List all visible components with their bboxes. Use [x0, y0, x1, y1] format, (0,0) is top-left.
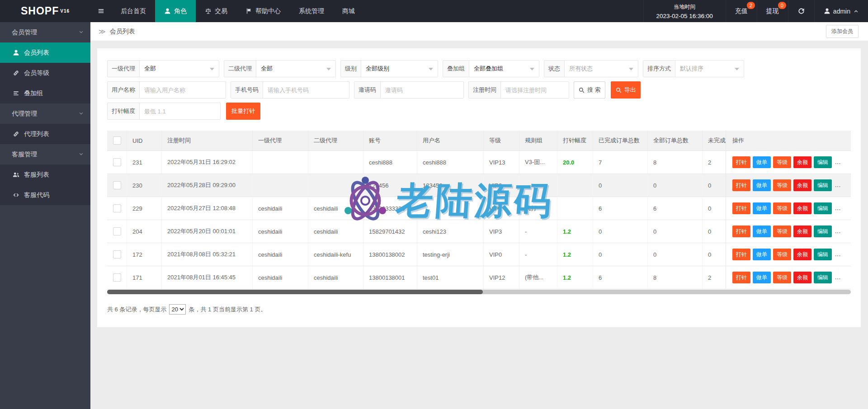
action-make-order-button[interactable]: 做单 — [753, 226, 771, 237]
action-more-button[interactable]: ... — [834, 226, 842, 237]
action-edit-button[interactable]: 编辑 — [814, 249, 832, 260]
action-inject-button[interactable]: 打针 — [732, 226, 750, 237]
filter-username-input[interactable] — [140, 82, 226, 98]
filter-stack-group-select[interactable]: 全部叠加组 — [469, 61, 539, 77]
sidebar-item-member-list[interactable]: 会员列表 — [0, 42, 90, 63]
action-make-order-button[interactable]: 做单 — [753, 156, 771, 168]
header-cell: 已完成订单总数 — [593, 131, 648, 150]
action-inject-button[interactable]: 打针 — [732, 179, 750, 191]
sidebar-item-agent-list[interactable]: 代理列表 — [0, 124, 90, 144]
action-edit-button[interactable]: 编辑 — [814, 226, 832, 237]
filter-invite-code-input[interactable] — [381, 82, 463, 98]
action-level-button[interactable]: 等级 — [773, 156, 791, 168]
action-level-button[interactable]: 等级 — [773, 202, 791, 214]
action-balance-button[interactable]: 余额 — [793, 249, 811, 260]
sidebar-item-service-code[interactable]: 客服代码 — [0, 185, 90, 205]
action-make-order-button[interactable]: 做单 — [753, 202, 771, 214]
withdraw-label: 提现 — [766, 7, 779, 15]
action-level-button[interactable]: 等级 — [773, 249, 791, 260]
refresh-button[interactable] — [788, 0, 814, 22]
filter-select-value: 全部级别 — [366, 65, 389, 73]
action-inject-button[interactable]: 打针 — [732, 272, 750, 283]
filter-phone-input[interactable] — [263, 82, 349, 98]
action-level-button[interactable]: 等级 — [773, 179, 791, 191]
cell-agent1: ceshidaili — [253, 197, 308, 220]
cell-total-orders: 0 — [648, 243, 703, 266]
recharge-button[interactable]: 充值 2 — [726, 0, 757, 22]
sidebar-item-member-level[interactable]: 会员等级 — [0, 63, 90, 83]
action-balance-button[interactable]: 余额 — [793, 202, 811, 214]
filter-agent1-select[interactable]: 全部 — [140, 61, 219, 77]
row-checkbox[interactable] — [113, 158, 121, 166]
cell-undone-orders: 2 — [703, 151, 727, 174]
page-size-select[interactable]: 20 — [169, 304, 186, 315]
cell-reg-time: 2021年08月01日 16:45:45 — [162, 266, 253, 289]
sidebar-group-service-management[interactable]: 客服管理 — [0, 144, 90, 165]
scrollbar-thumb[interactable] — [107, 290, 483, 294]
cell-undone-orders: 2 — [703, 266, 727, 289]
action-more-button[interactable]: ... — [834, 156, 842, 168]
action-edit-button[interactable]: 编辑 — [814, 179, 832, 191]
nav-item-trade[interactable]: 交易 — [196, 0, 236, 22]
select-all-checkbox[interactable] — [113, 136, 121, 145]
sidebar-item-service-list[interactable]: 客服列表 — [0, 165, 90, 185]
action-inject-button[interactable]: 打针 — [732, 202, 750, 214]
batch-inject-button[interactable]: 批量打针 — [226, 103, 260, 120]
row-checkbox[interactable] — [113, 181, 121, 189]
filter-reg-time-input[interactable] — [501, 82, 569, 98]
sidebar-item-label: 代理列表 — [24, 130, 49, 138]
add-member-button[interactable]: 添加会员 — [826, 25, 859, 38]
nav-item-label: 角色 — [174, 7, 187, 15]
search-button[interactable]: 搜 索 — [574, 81, 605, 99]
export-button[interactable]: 导出 — [611, 81, 641, 99]
nav-toggle-button[interactable] — [90, 0, 112, 22]
filter-level: 级别全部级别 — [340, 60, 438, 77]
action-balance-button[interactable]: 余额 — [793, 226, 811, 237]
filter-rate-input[interactable] — [140, 103, 220, 119]
row-checkbox[interactable] — [113, 250, 121, 259]
action-level-button[interactable]: 等级 — [773, 272, 791, 283]
action-inject-button[interactable]: 打针 — [732, 249, 750, 260]
nav-item-help-center[interactable]: 帮助中心 — [236, 0, 290, 22]
withdraw-button[interactable]: 提现 0 — [757, 0, 788, 22]
row-checkbox-cell — [107, 151, 127, 174]
cell-done-orders: 0 — [593, 243, 648, 266]
user-menu[interactable]: admin — [814, 0, 868, 22]
action-make-order-button[interactable]: 做单 — [753, 272, 771, 283]
action-balance-button[interactable]: 余额 — [793, 156, 811, 168]
nav-item-mall[interactable]: 商城 — [333, 0, 364, 22]
hamburger-icon — [98, 8, 104, 14]
action-edit-button[interactable]: 编辑 — [814, 156, 832, 168]
action-balance-button[interactable]: 余额 — [793, 272, 811, 283]
horizontal-scrollbar[interactable] — [107, 290, 851, 294]
action-balance-button[interactable]: 余额 — [793, 179, 811, 191]
action-inject-button[interactable]: 打针 — [732, 156, 750, 168]
action-more-button[interactable]: ... — [834, 272, 842, 283]
action-make-order-button[interactable]: 做单 — [753, 249, 771, 260]
filter-status-select[interactable]: 所有状态 — [565, 61, 638, 77]
row-checkbox[interactable] — [113, 204, 121, 212]
action-make-order-button[interactable]: 做单 — [753, 179, 771, 191]
filter-agent2-select[interactable]: 全部 — [256, 61, 335, 77]
row-checkbox[interactable] — [113, 227, 121, 235]
sidebar-item-stack-group[interactable]: 叠加组 — [0, 83, 90, 103]
cell-undone-orders: 0 — [703, 243, 727, 266]
action-more-button[interactable]: ... — [834, 202, 842, 214]
cell-account: 13333333333 — [363, 197, 417, 220]
sidebar-group-member-management[interactable]: 会员管理 — [0, 22, 90, 42]
cell-rule-group: - — [519, 220, 557, 243]
filter-sort-select[interactable]: 默认排序 — [675, 61, 744, 77]
nav-item-dashboard[interactable]: 后台首页 — [112, 0, 155, 22]
action-more-button[interactable]: ... — [834, 249, 842, 260]
nav-item-system[interactable]: 系统管理 — [290, 0, 333, 22]
action-more-button[interactable]: ... — [834, 179, 842, 191]
action-edit-button[interactable]: 编辑 — [814, 272, 832, 283]
row-checkbox[interactable] — [113, 273, 121, 282]
cell-uid: 171 — [127, 266, 162, 289]
filter-level-select[interactable]: 全部级别 — [361, 61, 438, 77]
nav-item-roles[interactable]: 角色 — [155, 0, 196, 22]
action-edit-button[interactable]: 编辑 — [814, 202, 832, 214]
recharge-label: 充值 — [735, 7, 748, 15]
sidebar-group-agent-management[interactable]: 代理管理 — [0, 103, 90, 124]
action-level-button[interactable]: 等级 — [773, 226, 791, 237]
